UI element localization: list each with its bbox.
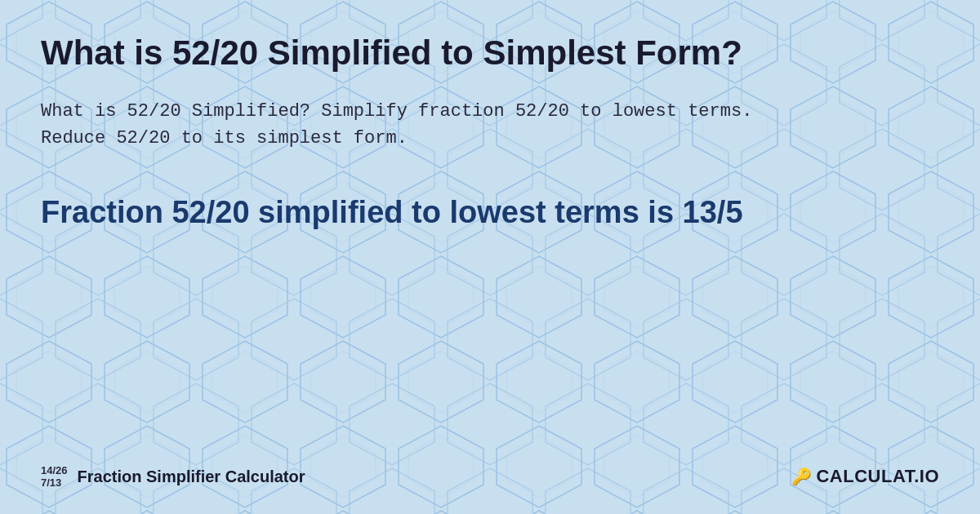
footer-fractions: 14/26 7/13 <box>41 464 68 490</box>
description-text: What is 52/20 Simplified? Simplify fract… <box>41 98 776 152</box>
footer-fraction-2: 7/13 <box>41 476 68 490</box>
logo-text: CALCULAT.IO <box>816 466 939 487</box>
page-title: What is 52/20 Simplified to Simplest For… <box>41 33 939 73</box>
footer: 14/26 7/13 Fraction Simplifier Calculato… <box>41 456 939 490</box>
result-section: Fraction 52/20 simplified to lowest term… <box>41 193 939 233</box>
footer-fraction-1: 14/26 <box>41 464 68 477</box>
key-icon: 🔑 <box>791 467 812 486</box>
result-text: Fraction 52/20 simplified to lowest term… <box>41 193 939 233</box>
footer-logo: 🔑 CALCULAT.IO <box>791 466 939 487</box>
footer-brand-name: Fraction Simplifier Calculator <box>78 467 305 486</box>
footer-left: 14/26 7/13 Fraction Simplifier Calculato… <box>41 464 305 490</box>
